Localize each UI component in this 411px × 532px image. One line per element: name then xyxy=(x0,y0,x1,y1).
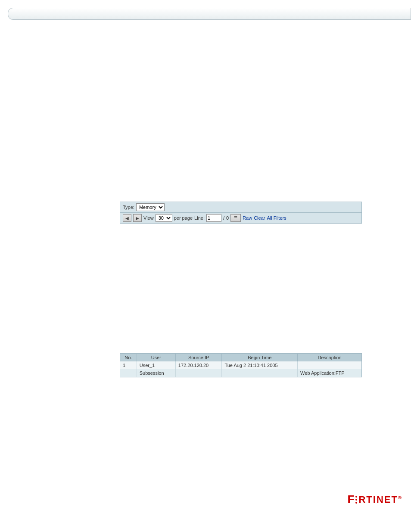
type-label: Type: xyxy=(123,205,134,210)
table-row: 1User_1172.20.120.20Tue Aug 2 21:10:41 2… xyxy=(120,361,361,369)
prev-page-button[interactable]: ◀ xyxy=(123,214,131,222)
col-header-user: User xyxy=(137,354,175,361)
col-header-no: No. xyxy=(120,354,137,361)
view-select[interactable]: 30 xyxy=(156,214,172,222)
line-separator: / xyxy=(223,215,224,221)
fortinet-logo: F RTINET® xyxy=(348,493,402,506)
all-filters-link[interactable]: All Filters xyxy=(267,215,286,221)
logo-rest-text: RTINET® xyxy=(358,494,402,505)
raw-link[interactable]: Raw xyxy=(243,215,252,221)
filter-toolbar: Type: Memory ◀ ▶ View 30 per page Line: … xyxy=(120,202,362,224)
type-select[interactable]: Memory xyxy=(136,203,165,211)
line-input[interactable] xyxy=(206,214,221,222)
clear-link[interactable]: Clear xyxy=(254,215,265,221)
cell-begin_time: Tue Aug 2 21:10:41 2005 xyxy=(222,361,298,369)
col-header-description: Description xyxy=(298,354,361,361)
view-label: View xyxy=(143,215,154,221)
per-page-label: per page xyxy=(174,215,193,221)
logo-dot-1 xyxy=(355,496,357,498)
cell-source_ip: 172.20.120.20 xyxy=(175,361,222,369)
filter-row-pagination: ◀ ▶ View 30 per page Line: / 0 ☰ Raw Cle… xyxy=(120,213,361,223)
cell-no xyxy=(120,369,137,377)
columns-button[interactable]: ☰ xyxy=(230,214,241,222)
line-label: Line: xyxy=(194,215,205,221)
logo-dot-2 xyxy=(355,499,357,501)
cell-no: 1 xyxy=(120,361,137,369)
table-header-row: No. User Source IP Begin Time Descriptio… xyxy=(120,354,361,361)
filter-row-type: Type: Memory xyxy=(120,202,361,213)
cell-description: Web Application:FTP xyxy=(298,369,361,377)
cell-source_ip xyxy=(175,369,222,377)
logo-icon: F RTINET® xyxy=(348,493,402,506)
cell-description xyxy=(298,361,361,369)
table-row: SubsessionWeb Application:FTP xyxy=(120,369,361,377)
logo-dots xyxy=(355,496,357,504)
col-header-begin-time: Begin Time xyxy=(222,354,298,361)
logo-dot-3 xyxy=(355,502,357,504)
next-page-button[interactable]: ▶ xyxy=(133,214,142,222)
data-table-wrapper: No. User Source IP Begin Time Descriptio… xyxy=(120,353,362,377)
logo-f-letter: F xyxy=(348,493,355,506)
cell-user: User_1 xyxy=(137,361,175,369)
top-bar xyxy=(8,8,411,20)
log-table: No. User Source IP Begin Time Descriptio… xyxy=(120,354,361,377)
total-lines: 0 xyxy=(226,215,229,221)
cell-user: Subsession xyxy=(137,369,175,377)
cell-begin_time xyxy=(222,369,298,377)
col-header-source-ip: Source IP xyxy=(175,354,222,361)
